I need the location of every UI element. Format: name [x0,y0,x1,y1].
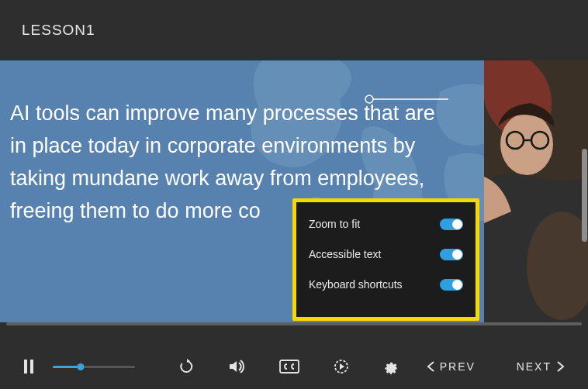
captions-button[interactable] [279,359,299,374]
volume-button[interactable] [229,359,246,374]
pause-button[interactable] [23,360,34,374]
settings-label: Keyboard shortcuts [309,278,403,291]
volume-icon [229,359,246,374]
gear-icon [383,359,399,374]
prev-button[interactable]: PREV [427,360,476,373]
vertical-scrollbar[interactable] [582,149,587,242]
svg-rect-13 [30,360,33,374]
svg-rect-14 [280,360,299,373]
seek-handle[interactable] [77,363,84,370]
chevron-left-icon [427,361,435,372]
settings-label: Accessible text [309,248,381,260]
replay-button[interactable] [179,359,195,374]
slide-photo [484,60,588,322]
settings-row-keyboard-shortcuts: Keyboard shortcuts [309,278,463,291]
playback-speed-button[interactable] [334,359,349,374]
settings-row-zoom: Zoom to fit [309,218,463,230]
settings-panel: Zoom to fit Accessible text Keyboard sho… [292,198,479,321]
svg-rect-12 [24,360,27,374]
lesson-title: LESSON1 [22,22,95,39]
pause-icon [23,360,34,374]
next-button[interactable]: NEXT [517,360,565,373]
settings-row-accessible-text: Accessible text [309,248,463,260]
toggle-zoom-to-fit[interactable] [440,219,463,230]
toggle-keyboard-shortcuts[interactable] [440,279,463,291]
player-frame: LESSON1 AI tools can improve ma [0,0,588,389]
replay-icon [179,359,195,374]
toggle-accessible-text[interactable] [440,249,463,260]
settings-label: Zoom to fit [309,218,360,230]
cc-icon [279,359,299,374]
svg-marker-16 [340,363,344,370]
chevron-right-icon [556,361,565,372]
next-label: NEXT [517,360,552,373]
slide-progress-strip [6,322,582,325]
settings-button[interactable] [383,359,399,374]
seek-bar[interactable] [53,366,135,368]
prev-label: PREV [440,360,476,373]
player-controls: PREV NEXT [0,344,588,389]
playback-speed-icon [334,359,349,374]
